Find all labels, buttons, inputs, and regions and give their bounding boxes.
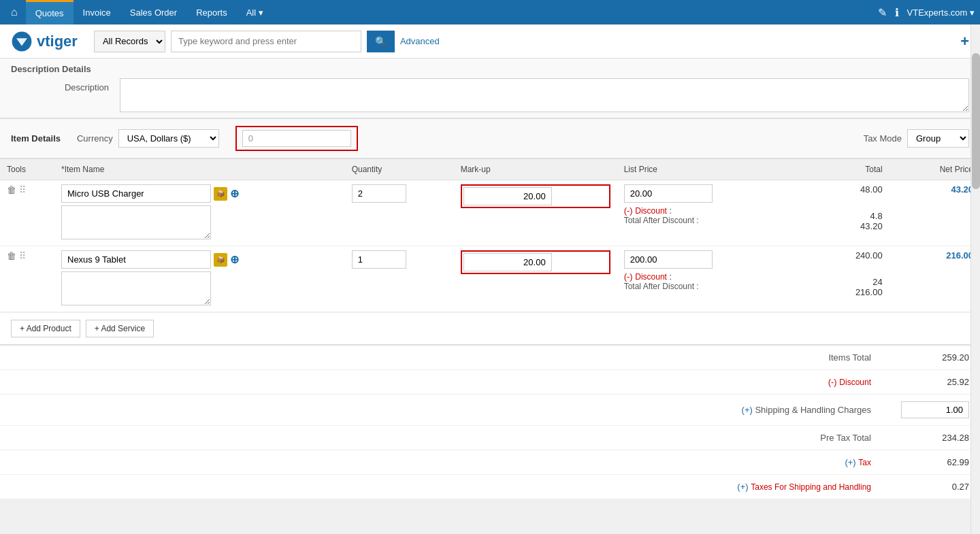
main-content: Description Details Description Item Det… — [0, 59, 980, 499]
logo-text: vtiger — [37, 33, 78, 50]
total-after-label-1: Total After Discount : — [624, 216, 792, 225]
nav-sales-order[interactable]: Sales Order — [120, 0, 186, 24]
tax-value: 62.99 — [887, 457, 969, 467]
scrollbar[interactable] — [970, 24, 980, 499]
item-name-input-1[interactable] — [61, 184, 211, 203]
search-input[interactable] — [171, 31, 361, 52]
total-value-2: 240.00 — [805, 250, 882, 261]
nav-quotes[interactable]: Quotes — [26, 0, 74, 24]
add-service-button[interactable]: + Add Service — [86, 320, 154, 337]
nav-all[interactable]: All ▾ — [237, 0, 273, 24]
discount-total-value: 25.92 — [887, 377, 969, 387]
discount-amount-1: 4.8 — [805, 211, 882, 221]
col-net-price: Net Price — [889, 159, 980, 180]
description-section: Description Details Description — [0, 59, 980, 118]
col-tools: Tools — [0, 159, 54, 180]
info-icon[interactable]: ℹ — [895, 6, 899, 19]
vtiger-logo: vtiger — [11, 31, 78, 52]
discount-total-link[interactable]: Discount — [839, 378, 871, 387]
markup-input-2[interactable] — [463, 253, 552, 271]
product-icon-2[interactable]: 📦 — [214, 253, 227, 267]
tax-row: (+) Tax 62.99 — [0, 450, 980, 475]
total-after-value-2: 216.00 — [805, 287, 882, 297]
currency-group: Currency USA, Dollars ($) — [77, 129, 219, 148]
list-price-input-1[interactable] — [624, 184, 713, 203]
col-item-name: *Item Name — [54, 159, 345, 180]
table-row: 🗑 ⠿ 📦 ⊕ — [0, 246, 980, 312]
tax-mode-label: Tax Mode — [864, 133, 902, 144]
nav-invoice[interactable]: Invoice — [74, 0, 120, 24]
net-price-value-2: 216.00 — [896, 250, 973, 261]
item-details-header: Item Details Currency USA, Dollars ($) T… — [0, 118, 980, 158]
list-price-input-2[interactable] — [624, 250, 713, 269]
discount-link-2[interactable]: Discount — [635, 272, 667, 282]
tax-mode-group: Tax Mode Group — [864, 129, 969, 148]
pre-tax-value: 234.28 — [887, 433, 969, 443]
col-total: Total — [798, 159, 889, 180]
items-total-row: Items Total 259.20 — [0, 346, 980, 370]
top-navigation: ⌂ Quotes Invoice Sales Order Reports All… — [0, 0, 980, 24]
home-icon[interactable]: ⌂ — [5, 3, 23, 21]
search-bar: vtiger All Records 🔍 Advanced + — [0, 24, 980, 59]
shipping-input[interactable] — [901, 401, 969, 418]
col-list-price: List Price — [617, 159, 799, 180]
drag-row-1-icon[interactable]: ⠿ — [19, 184, 26, 195]
shipping-row: (+) Shipping & Handling Charges — [0, 395, 980, 426]
qty-input-1[interactable] — [352, 184, 406, 203]
add-buttons-section: + Add Product + Add Service — [0, 312, 980, 344]
net-price-value-1: 43.20 — [896, 184, 973, 195]
item-description-2[interactable] — [61, 271, 211, 305]
items-total-value: 259.20 — [887, 352, 969, 363]
pre-tax-label: Pre Tax Total — [11, 433, 887, 443]
col-quantity: Quantity — [345, 159, 454, 180]
discount-amount-2: 24 — [805, 277, 882, 287]
markup-highlight-container — [235, 126, 358, 151]
description-section-title: Description Details — [11, 64, 969, 74]
qty-input-2[interactable] — [352, 250, 406, 269]
tools-cell-2: 🗑 ⠿ — [0, 246, 54, 312]
edit-icon[interactable]: ✎ — [878, 6, 887, 19]
add-new-button[interactable]: + — [960, 33, 969, 50]
total-after-label-2: Total After Discount : — [624, 282, 792, 291]
add-to-row-1-icon[interactable]: ⊕ — [230, 187, 239, 200]
table-row: 🗑 ⠿ 📦 ⊕ — [0, 180, 980, 246]
taxes-shipping-value: 0.27 — [887, 482, 969, 492]
drag-row-2-icon[interactable]: ⠿ — [19, 250, 26, 261]
pre-tax-row: Pre Tax Total 234.28 — [0, 426, 980, 450]
domain-label[interactable]: VTExperts.com ▾ — [907, 7, 975, 18]
markup-top-input[interactable] — [242, 130, 351, 147]
advanced-search-link[interactable]: Advanced — [400, 36, 440, 46]
currency-select[interactable]: USA, Dollars ($) — [118, 129, 219, 148]
nav-right: ✎ ℹ VTExperts.com ▾ — [878, 6, 975, 19]
product-icon-1[interactable]: 📦 — [214, 187, 227, 201]
currency-label: Currency — [77, 133, 113, 144]
discount-link-1[interactable]: Discount — [635, 206, 667, 216]
tax-link[interactable]: Tax — [858, 458, 871, 467]
markup-input-1[interactable] — [463, 187, 552, 205]
search-button[interactable]: 🔍 — [367, 31, 395, 52]
item-name-input-2[interactable] — [61, 250, 211, 269]
tools-cell-1: 🗑 ⠿ — [0, 180, 54, 246]
items-total-label: Items Total — [11, 352, 887, 363]
delete-row-1-icon[interactable]: 🗑 — [7, 184, 16, 195]
description-label: Description — [11, 78, 120, 93]
total-after-value-1: 43.20 — [805, 221, 882, 231]
add-to-row-2-icon[interactable]: ⊕ — [230, 253, 239, 266]
tax-mode-select[interactable]: Group — [907, 129, 969, 148]
taxes-shipping-link[interactable]: Taxes For Shipping and Handling — [751, 482, 871, 492]
add-product-button[interactable]: + Add Product — [11, 320, 80, 337]
records-dropdown[interactable]: All Records — [94, 31, 165, 52]
col-markup: Mark-up — [454, 159, 617, 180]
item-details-title: Item Details — [11, 133, 61, 144]
totals-section: Items Total 259.20 (-) Discount 25.92 (+… — [0, 344, 980, 499]
nav-reports[interactable]: Reports — [186, 0, 237, 24]
description-textarea[interactable] — [120, 78, 969, 112]
item-description-1[interactable] — [61, 205, 211, 239]
total-value-1: 48.00 — [805, 184, 882, 195]
delete-row-2-icon[interactable]: 🗑 — [7, 250, 16, 261]
items-table: Tools *Item Name Quantity Mark-up List P… — [0, 158, 980, 312]
taxes-shipping-row: (+) Taxes For Shipping and Handling 0.27 — [0, 475, 980, 499]
scrollbar-thumb[interactable] — [972, 53, 980, 189]
discount-total-row: (-) Discount 25.92 — [0, 370, 980, 395]
shipping-label: Shipping & Handling Charges — [755, 405, 871, 415]
